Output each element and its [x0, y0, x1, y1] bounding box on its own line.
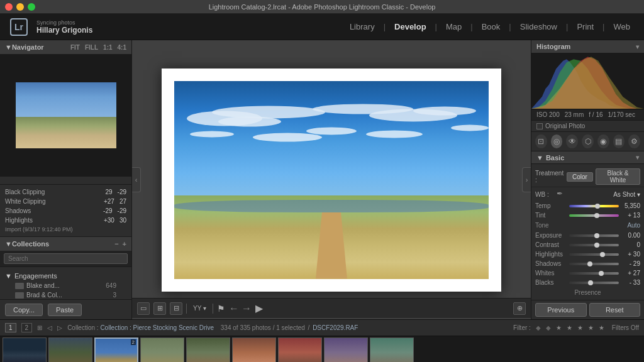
copy-paste-bar: Copy... Paste [0, 299, 131, 319]
contrast-value: 0 [621, 241, 640, 248]
prev-nav-icon[interactable]: ◁ [47, 324, 52, 331]
basic-panel: Treatment : Color Black & White WB : ✒ A… [531, 164, 644, 300]
filter-icon-1[interactable]: ◆ [536, 324, 541, 331]
grid-icon[interactable]: ⊞ [37, 324, 42, 331]
tint-slider[interactable] [569, 214, 619, 217]
navigator-section: ▼ Navigator FIT FILL 1:1 4:1 [0, 40, 131, 185]
auto-button[interactable]: Auto [627, 222, 640, 229]
close-button[interactable] [5, 3, 13, 11]
basic-menu[interactable]: ▾ [636, 154, 639, 161]
star-rating-2[interactable]: ★ [567, 324, 572, 331]
filmstrip-thumb-4[interactable] [140, 337, 184, 363]
collection-item-1[interactable]: Brad & Col... 3 [5, 290, 126, 299]
filmstrip-thumb-6[interactable] [232, 337, 276, 363]
right-buttons: Previous Reset [531, 300, 644, 319]
temp-slider[interactable] [569, 205, 619, 207]
settings-tool-icon[interactable]: ⚙ [628, 134, 640, 148]
reset-button[interactable]: Reset [589, 303, 641, 317]
star-rating-1[interactable]: ★ [556, 324, 562, 331]
filmstrip-thumb-1[interactable] [3, 337, 47, 363]
filmstrip-thumb-3[interactable]: 2 [94, 337, 138, 363]
crop-tool-icon[interactable]: ⊡ [535, 134, 547, 148]
wb-value[interactable]: As Shot ▾ [613, 191, 640, 198]
date-sort-icon[interactable]: YY ▾ [191, 302, 209, 315]
radial-tool-icon[interactable]: ◉ [597, 134, 609, 148]
coll-name-1: Brad & Col... [26, 292, 113, 299]
flag-icon[interactable]: ⚑ [217, 304, 225, 314]
nav-map[interactable]: Map [440, 19, 468, 34]
view-grid-icon[interactable]: ⊞ [153, 302, 166, 315]
adj-bc-v1: 29 [105, 189, 112, 195]
filmstrip-thumb-8[interactable] [324, 337, 368, 363]
zoom-icon[interactable]: ⊕ [513, 302, 526, 315]
nav-web[interactable]: Web [608, 19, 637, 34]
left-panel-collapse[interactable]: ‹ [132, 167, 141, 192]
highlights-slider[interactable] [569, 253, 619, 256]
temp-value: 5,350 [621, 202, 640, 209]
original-photo-checkbox[interactable] [536, 123, 543, 129]
filmstrip-thumb-5[interactable] [186, 337, 230, 363]
maximize-button[interactable] [28, 3, 35, 11]
star-rating-4[interactable]: ★ [588, 324, 594, 331]
page-num-1[interactable]: 1 [5, 323, 16, 332]
nav-1-1[interactable]: 1:1 [103, 44, 112, 51]
nav-4-1[interactable]: 4:1 [118, 44, 126, 51]
collection-item-0[interactable]: Blake and... 649 [5, 281, 126, 290]
coll-count-1: 3 [113, 292, 116, 299]
nav-book[interactable]: Book [475, 19, 507, 34]
bw-button[interactable]: Black & White [596, 168, 640, 185]
nav-sep-5: | [566, 22, 568, 31]
play-icon[interactable]: ▶ [255, 302, 263, 314]
color-button[interactable]: Color [567, 172, 593, 182]
histogram-menu[interactable]: ▾ [636, 43, 639, 50]
redeye-tool-icon[interactable]: 👁 [566, 134, 578, 148]
collections-title: Collections [12, 240, 49, 248]
nav-print[interactable]: Print [570, 19, 600, 34]
blacks-slider[interactable] [569, 282, 619, 284]
nav-forward-icon[interactable]: → [242, 303, 252, 314]
engagements-header[interactable]: ▼ Engagements [5, 271, 126, 281]
toolbar-sep-1 [186, 304, 187, 314]
nav-library[interactable]: Library [343, 19, 381, 34]
nav-fill[interactable]: FILL [85, 44, 98, 51]
svg-point-10 [451, 124, 489, 131]
exposure-slider[interactable] [569, 234, 619, 237]
view-single-icon[interactable]: ▭ [137, 302, 150, 315]
whites-value: + 27 [621, 270, 640, 277]
view-compare-icon[interactable]: ⊟ [170, 302, 182, 315]
collections-plus[interactable]: + [123, 240, 126, 248]
right-panel-collapse[interactable]: › [522, 167, 531, 192]
whites-slider[interactable] [569, 272, 619, 275]
exif-shutter: 1/170 sec [608, 111, 635, 118]
copy-button[interactable]: Copy... [5, 304, 43, 316]
previous-button[interactable]: Previous [535, 303, 587, 317]
filmstrip-thumb-9[interactable] [370, 337, 414, 363]
filter-icon-2[interactable]: ◆ [546, 324, 551, 331]
filmstrip-thumb-2[interactable] [48, 337, 92, 363]
nav-back-icon[interactable]: ← [229, 303, 239, 314]
brush-tool-icon[interactable]: ⬡ [582, 134, 594, 148]
eyedropper-icon[interactable]: ✒ [557, 189, 567, 199]
nav-slideshow[interactable]: Slideshow [514, 19, 564, 34]
page-num-2[interactable]: 2 [21, 323, 33, 332]
tint-value: + 13 [621, 212, 640, 219]
temp-thumb [595, 204, 600, 209]
search-input[interactable] [4, 253, 128, 264]
star-rating-3[interactable]: ★ [577, 324, 583, 331]
next-nav-icon[interactable]: ▷ [57, 324, 62, 331]
adj-wc-label: White Clipping [5, 198, 104, 205]
gradfilter-tool-icon[interactable]: ▤ [613, 134, 625, 148]
collections-minus[interactable]: − [114, 240, 118, 248]
shadows-slider[interactable] [569, 263, 619, 265]
minimize-button[interactable] [16, 3, 24, 11]
filmstrip-thumb-7[interactable] [278, 337, 322, 363]
adj-import: Import (9/3/17 9:12:40 PM) [0, 225, 131, 234]
nav-fit[interactable]: FIT [70, 44, 80, 51]
spotremove-tool-icon[interactable]: ◎ [551, 134, 563, 148]
paste-button[interactable]: Paste [48, 304, 82, 316]
nav-develop[interactable]: Develop [388, 19, 433, 34]
contrast-slider[interactable] [569, 244, 619, 246]
star-rating-5[interactable]: ★ [599, 324, 604, 331]
basic-triangle: ▼ [536, 154, 543, 162]
nav-sep-1: | [384, 22, 386, 31]
